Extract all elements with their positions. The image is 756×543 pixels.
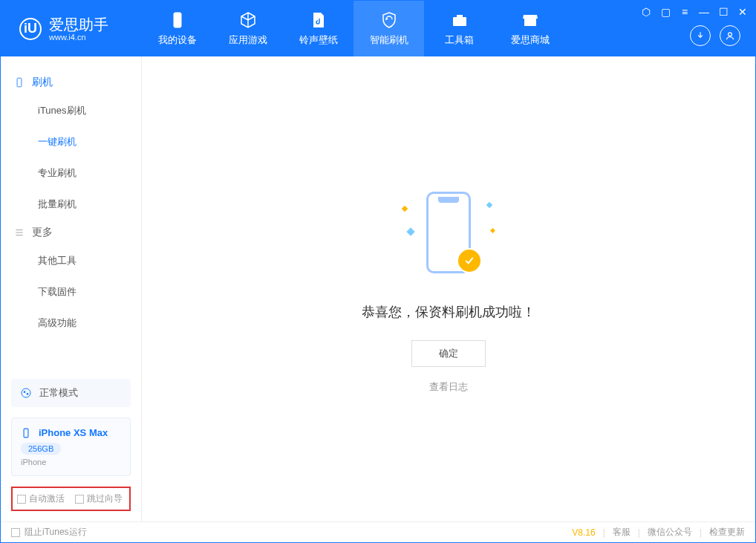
customer-service-link[interactable]: 客服 xyxy=(613,526,630,539)
section-flash[interactable]: 刷机 xyxy=(1,70,141,95)
tab-label: 爱思商城 xyxy=(511,33,550,47)
header-actions xyxy=(690,25,755,46)
svg-point-3 xyxy=(729,33,732,36)
view-log-link[interactable]: 查看日志 xyxy=(429,380,468,394)
mode-card[interactable]: 正常模式 xyxy=(11,379,131,407)
logo[interactable]: iU 爱思助手 www.i4.cn xyxy=(1,16,142,42)
logo-icon: iU xyxy=(19,18,42,40)
check-icon xyxy=(457,248,482,273)
svg-point-6 xyxy=(24,391,26,393)
svg-rect-1 xyxy=(453,17,466,26)
tab-label: 工具箱 xyxy=(445,33,474,47)
phone-icon xyxy=(14,77,25,88)
lock-icon[interactable]: ▢ xyxy=(660,7,671,17)
svg-rect-8 xyxy=(24,429,28,438)
nav-batch-flash[interactable]: 批量刷机 xyxy=(1,189,141,220)
music-file-icon xyxy=(310,11,328,29)
tab-store[interactable]: 爱思商城 xyxy=(495,1,565,56)
footer: 阻止iTunes运行 V8.16 | 客服 | 微信公众号 | 检查更新 xyxy=(1,521,755,542)
version-label: V8.16 xyxy=(572,527,595,538)
user-button[interactable] xyxy=(720,25,740,46)
ok-button[interactable]: 确定 xyxy=(411,340,486,367)
svg-rect-2 xyxy=(457,15,463,17)
nav-one-click-flash[interactable]: 一键刷机 xyxy=(1,126,141,157)
toolbox-icon xyxy=(451,11,469,29)
auto-activate-checkbox[interactable]: 自动激活 xyxy=(17,492,65,505)
device-icon xyxy=(169,11,186,29)
sidebar: 刷机 iTunes刷机 一键刷机 专业刷机 批量刷机 更多 其他工具 下载固件 … xyxy=(1,56,142,521)
menu-icon[interactable]: ≡ xyxy=(680,7,690,17)
download-button[interactable] xyxy=(690,25,711,46)
app-url: www.i4.cn xyxy=(49,33,108,42)
store-icon xyxy=(521,11,539,29)
tab-label: 铃声壁纸 xyxy=(299,33,338,47)
tab-apps[interactable]: 应用游戏 xyxy=(212,1,283,56)
success-message: 恭喜您，保资料刷机成功啦！ xyxy=(362,303,535,321)
tab-my-device[interactable]: 我的设备 xyxy=(142,1,212,56)
svg-point-7 xyxy=(27,393,29,395)
device-storage: 256GB xyxy=(21,443,61,455)
tab-ringtones[interactable]: 铃声壁纸 xyxy=(283,1,353,56)
section-more[interactable]: 更多 xyxy=(1,220,141,245)
list-icon xyxy=(14,227,25,238)
tab-label: 我的设备 xyxy=(158,33,197,47)
wechat-link[interactable]: 微信公众号 xyxy=(648,526,692,539)
success-illustration xyxy=(389,184,508,281)
header: iU 爱思助手 www.i4.cn 我的设备 应用游戏 铃声壁纸 智能刷机 工具… xyxy=(1,1,755,56)
tab-label: 应用游戏 xyxy=(229,33,267,47)
main-content: 恭喜您，保资料刷机成功啦！ 确定 查看日志 xyxy=(142,56,755,521)
titlebar-controls: ⬡ ▢ ≡ — ☐ ✕ xyxy=(641,7,748,17)
nav-download-firmware[interactable]: 下载固件 xyxy=(1,276,141,308)
checkbox-label: 自动激活 xyxy=(29,492,65,505)
phone-icon xyxy=(21,428,31,438)
section-label: 刷机 xyxy=(32,76,53,89)
minimize-button[interactable]: — xyxy=(699,7,709,17)
skip-guide-checkbox[interactable]: 跳过向导 xyxy=(75,492,123,505)
block-itunes-checkbox[interactable]: 阻止iTunes运行 xyxy=(11,526,87,539)
cube-icon xyxy=(239,11,257,29)
options-box: 自动激活 跳过向导 xyxy=(11,487,131,511)
svg-point-5 xyxy=(22,388,30,397)
device-type: iPhone xyxy=(21,458,121,466)
tab-label: 智能刷机 xyxy=(370,33,408,47)
tab-toolbox[interactable]: 工具箱 xyxy=(424,1,495,56)
checkbox-label: 跳过向导 xyxy=(87,492,123,505)
check-update-link[interactable]: 检查更新 xyxy=(709,526,745,539)
svg-rect-4 xyxy=(17,78,22,87)
main-tabs: 我的设备 应用游戏 铃声壁纸 智能刷机 工具箱 爱思商城 xyxy=(142,1,565,56)
tshirt-icon[interactable]: ⬡ xyxy=(641,7,651,17)
tab-smart-flash[interactable]: 智能刷机 xyxy=(353,1,424,56)
checkbox-label: 阻止iTunes运行 xyxy=(25,526,87,539)
device-card[interactable]: iPhone XS Max 256GB iPhone xyxy=(11,417,131,476)
nav-other-tools[interactable]: 其他工具 xyxy=(1,245,141,276)
mode-label: 正常模式 xyxy=(39,386,78,400)
close-button[interactable]: ✕ xyxy=(737,7,748,17)
nav-pro-flash[interactable]: 专业刷机 xyxy=(1,157,141,189)
device-name: iPhone XS Max xyxy=(39,427,108,438)
shield-refresh-icon xyxy=(380,11,398,29)
mode-icon xyxy=(20,387,32,399)
svg-rect-0 xyxy=(174,13,181,27)
maximize-button[interactable]: ☐ xyxy=(718,7,729,17)
nav-itunes-flash[interactable]: iTunes刷机 xyxy=(1,95,141,126)
section-label: 更多 xyxy=(32,226,53,239)
nav-advanced[interactable]: 高级功能 xyxy=(1,308,141,339)
app-name: 爱思助手 xyxy=(49,16,108,33)
